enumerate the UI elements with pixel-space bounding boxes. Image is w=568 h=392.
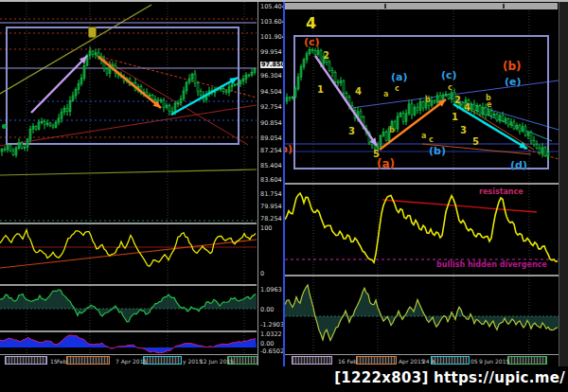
wave-label: (d) xyxy=(510,159,527,171)
wave-label: 1 xyxy=(452,112,458,122)
wave-label: 3 xyxy=(460,125,467,135)
left-oscillator-pane[interactable] xyxy=(0,224,257,284)
wave-label: (e) xyxy=(505,76,522,88)
watermark: [1222x803] https://upic.me/ xyxy=(334,369,565,386)
axis-price-label: 0.00 xyxy=(260,341,274,347)
axis-price-label: 103.604 xyxy=(260,19,286,26)
axis-price-label: 105.404 xyxy=(260,4,286,10)
axis-price-label: 101.904 xyxy=(260,34,286,41)
axis-price-label: 1.0322 xyxy=(260,331,282,338)
highlighted-date-range xyxy=(5,356,47,365)
time-axis-date: 05 xyxy=(470,358,478,365)
left-histogram-pane[interactable] xyxy=(0,286,257,330)
right-price-chart[interactable]: 4(c)21435(a)acbbac(c)c24135be(b)(e)(b)(a… xyxy=(285,10,559,183)
axis-price-label: 89.054 xyxy=(260,135,282,142)
left-price-axis: 105.404103.604101.90499.95497.85096.3049… xyxy=(257,2,285,365)
axis-price-label: 94.504 xyxy=(260,89,282,96)
wave-label: b xyxy=(425,96,431,104)
wave-label: (b) xyxy=(285,143,293,155)
left-time-axis[interactable]: 15Feb7 Apr 2015y 201512 Jun 2015 xyxy=(0,354,283,367)
wave-label: c xyxy=(395,84,399,93)
trading-platform-screenshot: 15Feb7 Apr 2015y 201512 Jun 2015 105.404… xyxy=(0,0,568,392)
wave-label: (c) xyxy=(304,36,320,48)
time-axis-date: 16 Feb xyxy=(338,358,357,365)
wave-label: resistance xyxy=(479,187,524,196)
highlighted-date-range xyxy=(507,356,547,365)
wave-label: (b) xyxy=(503,60,522,73)
wave-label: b xyxy=(389,126,395,134)
wave-label: 5 xyxy=(472,136,479,147)
wave-label: 2 xyxy=(323,50,329,61)
time-axis-date: Feb xyxy=(57,358,67,365)
wave-label: a xyxy=(421,132,426,140)
left-price-chart[interactable] xyxy=(0,2,257,223)
right-histogram-pane[interactable] xyxy=(285,276,559,352)
axis-price-label: 87.254 xyxy=(260,148,282,154)
titlebar-tick xyxy=(384,4,386,9)
axis-price-label: -0.6502 xyxy=(260,348,284,355)
axis-price-label: 83.604 xyxy=(260,177,282,184)
highlighted-date-range xyxy=(292,356,332,365)
time-axis-date: 7 Apr 2015 xyxy=(115,358,147,365)
right-edge-strip xyxy=(559,2,568,366)
axis-price-label: 90.854 xyxy=(260,120,282,127)
wave-label: (a) xyxy=(377,157,395,170)
axis-price-label: 78.254 xyxy=(260,216,282,223)
wave-label: bullish hidden divergence xyxy=(436,260,547,269)
time-axis-date: Apr 2015 xyxy=(399,358,425,365)
titlebar-tick xyxy=(503,4,505,9)
axis-price-label: 92.754 xyxy=(260,104,282,111)
wave-label: 4 xyxy=(464,102,470,113)
right-time-axis[interactable]: 16 FebApr 201524 A059 Jun 2015 xyxy=(285,354,559,367)
wave-label: (b) xyxy=(429,145,446,157)
wave-label: 4 xyxy=(355,86,362,97)
axis-price-label: 81.754 xyxy=(260,191,282,198)
wave-label: c xyxy=(448,83,453,92)
left-signal-area-pane[interactable] xyxy=(0,332,257,354)
wave-label: 2 xyxy=(454,95,461,105)
right-window-titlebar[interactable] xyxy=(285,3,558,9)
wave-label: 1 xyxy=(317,84,324,95)
wave-label: e xyxy=(487,100,491,109)
right-oscillator-pane[interactable]: resistancebullish hidden divergence xyxy=(285,185,559,275)
highlighted-date-range xyxy=(356,356,397,365)
time-axis-date: 9 Jun 2015 xyxy=(479,358,509,365)
wave-label: a xyxy=(383,90,388,98)
highlighted-date-range xyxy=(431,356,470,365)
axis-price-label: -1.2903 xyxy=(260,322,284,329)
axis-price-label: 0 xyxy=(260,271,264,277)
axis-price-label: 79.954 xyxy=(260,204,282,210)
wave-label: (c) xyxy=(441,69,457,81)
axis-price-label: 1.0963 xyxy=(260,287,282,294)
axis-price-label: 99.954 xyxy=(260,49,282,56)
chart-flag-icon xyxy=(88,27,97,38)
highlighted-date-range xyxy=(66,356,110,365)
wave-label: c xyxy=(429,135,434,144)
wave-label: 4 xyxy=(306,14,316,32)
axis-price-label: 0.00 xyxy=(260,307,274,313)
wave-label: (a) xyxy=(391,71,407,83)
axis-price-label: 96.304 xyxy=(260,73,282,80)
axis-price-label: 85.404 xyxy=(260,163,282,169)
time-axis-date: 12 Jun 2015 xyxy=(200,358,234,365)
axis-price-label: 100 xyxy=(260,225,272,232)
time-axis-date: 24 A xyxy=(422,358,435,365)
buy-marker-icon xyxy=(2,124,7,129)
highlighted-date-range xyxy=(143,356,182,365)
wave-label: 3 xyxy=(348,126,355,136)
